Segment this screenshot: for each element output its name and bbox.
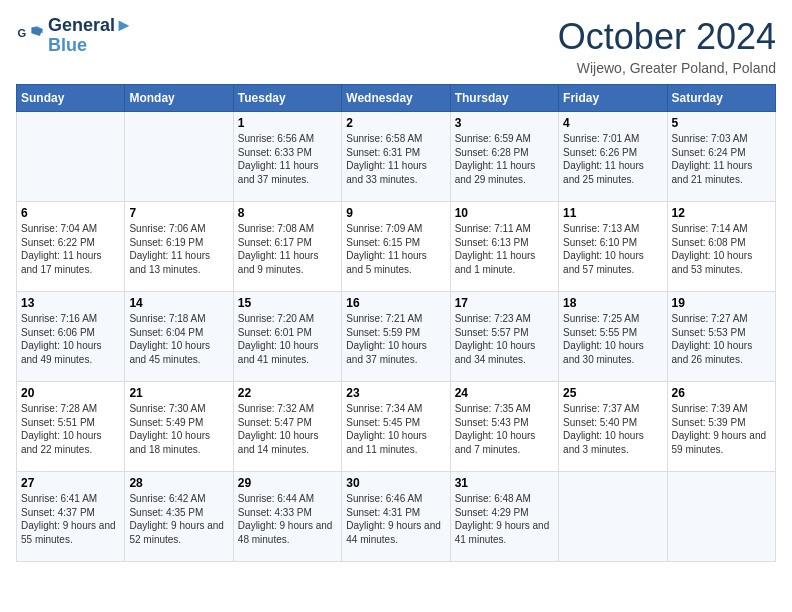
calendar-table: SundayMondayTuesdayWednesdayThursdayFrid… — [16, 84, 776, 562]
day-number: 17 — [455, 296, 554, 310]
day-info: Sunrise: 7:09 AM Sunset: 6:15 PM Dayligh… — [346, 222, 445, 276]
page-header: G General► Blue October 2024 Wijewo, Gre… — [16, 16, 776, 76]
day-info: Sunrise: 7:39 AM Sunset: 5:39 PM Dayligh… — [672, 402, 771, 456]
calendar-cell: 16Sunrise: 7:21 AM Sunset: 5:59 PM Dayli… — [342, 292, 450, 382]
logo-icon: G — [16, 22, 44, 50]
calendar-cell: 6Sunrise: 7:04 AM Sunset: 6:22 PM Daylig… — [17, 202, 125, 292]
day-info: Sunrise: 6:44 AM Sunset: 4:33 PM Dayligh… — [238, 492, 337, 546]
weekday-header: Thursday — [450, 85, 558, 112]
day-info: Sunrise: 7:16 AM Sunset: 6:06 PM Dayligh… — [21, 312, 120, 366]
weekday-header: Sunday — [17, 85, 125, 112]
calendar-cell: 12Sunrise: 7:14 AM Sunset: 6:08 PM Dayli… — [667, 202, 775, 292]
calendar-cell: 31Sunrise: 6:48 AM Sunset: 4:29 PM Dayli… — [450, 472, 558, 562]
day-number: 15 — [238, 296, 337, 310]
day-number: 14 — [129, 296, 228, 310]
day-info: Sunrise: 6:58 AM Sunset: 6:31 PM Dayligh… — [346, 132, 445, 186]
day-number: 7 — [129, 206, 228, 220]
day-number: 23 — [346, 386, 445, 400]
calendar-cell: 7Sunrise: 7:06 AM Sunset: 6:19 PM Daylig… — [125, 202, 233, 292]
day-number: 8 — [238, 206, 337, 220]
calendar-cell — [667, 472, 775, 562]
calendar-cell: 27Sunrise: 6:41 AM Sunset: 4:37 PM Dayli… — [17, 472, 125, 562]
day-info: Sunrise: 7:08 AM Sunset: 6:17 PM Dayligh… — [238, 222, 337, 276]
day-number: 13 — [21, 296, 120, 310]
day-number: 28 — [129, 476, 228, 490]
day-info: Sunrise: 7:30 AM Sunset: 5:49 PM Dayligh… — [129, 402, 228, 456]
day-info: Sunrise: 7:32 AM Sunset: 5:47 PM Dayligh… — [238, 402, 337, 456]
day-info: Sunrise: 6:56 AM Sunset: 6:33 PM Dayligh… — [238, 132, 337, 186]
day-number: 2 — [346, 116, 445, 130]
svg-text:G: G — [17, 27, 26, 39]
day-info: Sunrise: 7:35 AM Sunset: 5:43 PM Dayligh… — [455, 402, 554, 456]
day-number: 21 — [129, 386, 228, 400]
day-number: 5 — [672, 116, 771, 130]
day-info: Sunrise: 7:25 AM Sunset: 5:55 PM Dayligh… — [563, 312, 662, 366]
calendar-cell: 9Sunrise: 7:09 AM Sunset: 6:15 PM Daylig… — [342, 202, 450, 292]
day-info: Sunrise: 6:46 AM Sunset: 4:31 PM Dayligh… — [346, 492, 445, 546]
calendar-cell: 30Sunrise: 6:46 AM Sunset: 4:31 PM Dayli… — [342, 472, 450, 562]
day-number: 4 — [563, 116, 662, 130]
day-number: 26 — [672, 386, 771, 400]
day-info: Sunrise: 7:21 AM Sunset: 5:59 PM Dayligh… — [346, 312, 445, 366]
calendar-week-row: 13Sunrise: 7:16 AM Sunset: 6:06 PM Dayli… — [17, 292, 776, 382]
day-info: Sunrise: 6:48 AM Sunset: 4:29 PM Dayligh… — [455, 492, 554, 546]
day-info: Sunrise: 6:59 AM Sunset: 6:28 PM Dayligh… — [455, 132, 554, 186]
month-title: October 2024 — [558, 16, 776, 58]
svg-marker-2 — [31, 27, 42, 35]
calendar-cell: 22Sunrise: 7:32 AM Sunset: 5:47 PM Dayli… — [233, 382, 341, 472]
calendar-cell: 28Sunrise: 6:42 AM Sunset: 4:35 PM Dayli… — [125, 472, 233, 562]
logo: G General► Blue — [16, 16, 133, 56]
day-number: 27 — [21, 476, 120, 490]
day-info: Sunrise: 7:27 AM Sunset: 5:53 PM Dayligh… — [672, 312, 771, 366]
calendar-week-row: 27Sunrise: 6:41 AM Sunset: 4:37 PM Dayli… — [17, 472, 776, 562]
calendar-week-row: 6Sunrise: 7:04 AM Sunset: 6:22 PM Daylig… — [17, 202, 776, 292]
day-info: Sunrise: 7:37 AM Sunset: 5:40 PM Dayligh… — [563, 402, 662, 456]
calendar-cell: 13Sunrise: 7:16 AM Sunset: 6:06 PM Dayli… — [17, 292, 125, 382]
day-info: Sunrise: 7:14 AM Sunset: 6:08 PM Dayligh… — [672, 222, 771, 276]
weekday-header: Tuesday — [233, 85, 341, 112]
day-number: 18 — [563, 296, 662, 310]
calendar-cell: 25Sunrise: 7:37 AM Sunset: 5:40 PM Dayli… — [559, 382, 667, 472]
day-info: Sunrise: 7:13 AM Sunset: 6:10 PM Dayligh… — [563, 222, 662, 276]
day-number: 19 — [672, 296, 771, 310]
weekday-header: Monday — [125, 85, 233, 112]
calendar-cell: 2Sunrise: 6:58 AM Sunset: 6:31 PM Daylig… — [342, 112, 450, 202]
calendar-cell: 10Sunrise: 7:11 AM Sunset: 6:13 PM Dayli… — [450, 202, 558, 292]
calendar-cell: 4Sunrise: 7:01 AM Sunset: 6:26 PM Daylig… — [559, 112, 667, 202]
day-number: 30 — [346, 476, 445, 490]
day-info: Sunrise: 7:18 AM Sunset: 6:04 PM Dayligh… — [129, 312, 228, 366]
day-info: Sunrise: 6:42 AM Sunset: 4:35 PM Dayligh… — [129, 492, 228, 546]
day-info: Sunrise: 6:41 AM Sunset: 4:37 PM Dayligh… — [21, 492, 120, 546]
day-number: 9 — [346, 206, 445, 220]
location: Wijewo, Greater Poland, Poland — [558, 60, 776, 76]
day-number: 25 — [563, 386, 662, 400]
day-info: Sunrise: 7:20 AM Sunset: 6:01 PM Dayligh… — [238, 312, 337, 366]
calendar-cell — [125, 112, 233, 202]
day-info: Sunrise: 7:06 AM Sunset: 6:19 PM Dayligh… — [129, 222, 228, 276]
weekday-header: Saturday — [667, 85, 775, 112]
weekday-header: Wednesday — [342, 85, 450, 112]
day-number: 10 — [455, 206, 554, 220]
calendar-cell: 21Sunrise: 7:30 AM Sunset: 5:49 PM Dayli… — [125, 382, 233, 472]
calendar-cell: 24Sunrise: 7:35 AM Sunset: 5:43 PM Dayli… — [450, 382, 558, 472]
day-number: 6 — [21, 206, 120, 220]
day-number: 1 — [238, 116, 337, 130]
logo-text: General► Blue — [48, 16, 133, 56]
day-info: Sunrise: 7:03 AM Sunset: 6:24 PM Dayligh… — [672, 132, 771, 186]
day-info: Sunrise: 7:28 AM Sunset: 5:51 PM Dayligh… — [21, 402, 120, 456]
calendar-cell: 8Sunrise: 7:08 AM Sunset: 6:17 PM Daylig… — [233, 202, 341, 292]
weekday-header: Friday — [559, 85, 667, 112]
calendar-cell: 15Sunrise: 7:20 AM Sunset: 6:01 PM Dayli… — [233, 292, 341, 382]
weekday-header-row: SundayMondayTuesdayWednesdayThursdayFrid… — [17, 85, 776, 112]
day-info: Sunrise: 7:04 AM Sunset: 6:22 PM Dayligh… — [21, 222, 120, 276]
calendar-cell: 1Sunrise: 6:56 AM Sunset: 6:33 PM Daylig… — [233, 112, 341, 202]
calendar-cell: 14Sunrise: 7:18 AM Sunset: 6:04 PM Dayli… — [125, 292, 233, 382]
title-block: October 2024 Wijewo, Greater Poland, Pol… — [558, 16, 776, 76]
day-number: 11 — [563, 206, 662, 220]
calendar-week-row: 1Sunrise: 6:56 AM Sunset: 6:33 PM Daylig… — [17, 112, 776, 202]
day-number: 20 — [21, 386, 120, 400]
calendar-cell: 20Sunrise: 7:28 AM Sunset: 5:51 PM Dayli… — [17, 382, 125, 472]
calendar-cell: 23Sunrise: 7:34 AM Sunset: 5:45 PM Dayli… — [342, 382, 450, 472]
calendar-cell: 17Sunrise: 7:23 AM Sunset: 5:57 PM Dayli… — [450, 292, 558, 382]
calendar-cell: 11Sunrise: 7:13 AM Sunset: 6:10 PM Dayli… — [559, 202, 667, 292]
